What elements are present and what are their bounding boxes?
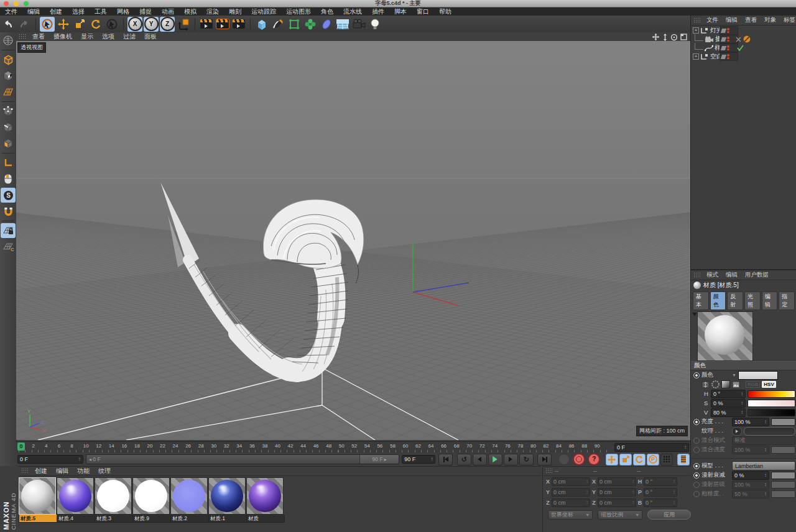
visibility-dots-icon[interactable] [727,53,729,60]
tab-光照[interactable]: 光照 [744,291,761,310]
material-name-label[interactable]: 材质.9 [132,515,171,523]
pos-z-field[interactable]: 0 cm↕ [552,498,590,507]
material-tile-材质.1[interactable]: 材质.1 [208,477,246,523]
add-light-button[interactable] [368,17,382,32]
undo-button[interactable] [1,17,16,32]
vpmenu-查看[interactable]: 查看 [28,32,49,41]
mmmenu-纹理[interactable]: 纹理 [94,467,115,475]
roughness-slider[interactable] [771,490,795,498]
add-deformer-button[interactable] [319,17,334,32]
ommenu-查看[interactable]: 查看 [741,16,761,24]
v-value-field[interactable]: 80 %↕ [711,408,746,417]
lock-x-axis-button[interactable]: X [127,17,142,32]
appmenu-渲染[interactable]: 渲染 [201,7,224,16]
texture-mode-button[interactable] [1,68,16,83]
diffuse-level-slider[interactable] [771,481,795,488]
previous-frame-button[interactable] [473,454,487,466]
appmenu-流水线[interactable]: 流水线 [338,7,367,16]
appmenu-动画[interactable]: 动画 [157,7,179,16]
animation-dot-icon[interactable] [693,372,700,378]
vpmenu-显示[interactable]: 显示 [76,32,98,41]
material-preview[interactable] [697,311,753,361]
rotate-tool[interactable] [88,17,103,32]
material-manager-handle-icon[interactable] [21,468,28,474]
ammenu-用户数据[interactable]: 用户数据 [741,271,772,279]
keyframe-selection-button[interactable]: ? [588,453,600,466]
appmenu-脚本[interactable]: 脚本 [389,7,412,16]
viewport-solo-icon[interactable] [1,172,16,186]
loop-button[interactable]: ↻ [519,454,534,466]
workplane-lock-icon[interactable] [1,223,16,238]
scale-z-field[interactable]: 0 cm↕ [598,498,636,507]
color-swatch[interactable] [738,371,778,380]
saturation-slider[interactable] [747,400,795,407]
tab-指定[interactable]: 指定 [779,291,795,310]
roughness-field[interactable]: 50 %↕ [732,490,769,498]
scale-mode-dropdown[interactable]: 缩放比例▼ [598,510,642,520]
s-value-field[interactable]: 0 %↕ [711,399,746,408]
h-value-field[interactable]: 0 °↕ [711,390,746,398]
viewport-rotate-icon[interactable] [670,34,678,40]
appmenu-编辑[interactable]: 编辑 [22,7,45,16]
material-name-label[interactable]: 材质.3 [95,515,133,523]
ammenu-模式[interactable]: 模式 [703,271,722,279]
goto-start-button[interactable] [438,454,453,466]
mmmenu-功能[interactable]: 功能 [73,467,94,475]
polygons-mode-button[interactable] [1,136,16,151]
expand-icon[interactable]: + [693,27,699,34]
attribute-manager-handle-icon[interactable] [693,272,700,278]
material-tile-材质.3[interactable]: 材质.3 [95,477,132,523]
compact-slider-icon[interactable] [701,381,710,388]
appmenu-角色[interactable]: 角色 [316,7,338,16]
key-pla-toggle[interactable] [660,454,673,466]
end-frame-field[interactable]: 90 F↕ [402,455,435,464]
material-name-label[interactable]: 材质.1 [208,515,247,523]
viewport-3d[interactable]: Y X Z 透视视图 网格间距 : 100 cm [16,41,690,440]
add-camera-button[interactable] [351,17,366,32]
render-view-button[interactable] [199,17,214,32]
render-settings-button[interactable] [215,17,230,32]
material-name-label[interactable]: 材质.2 [170,515,209,523]
texture-expand-button[interactable] [732,427,742,436]
appmenu-工具[interactable]: 工具 [90,7,112,16]
gradient-icon[interactable] [721,380,730,388]
ommenu-标签[interactable]: 标签 [780,16,796,24]
hue-slider[interactable] [747,390,795,398]
diffuse-falloff-field[interactable]: 0 %↕ [732,471,769,480]
object-row-null[interactable]: + 空白 [691,52,796,61]
uvw-mode-button[interactable] [1,85,16,99]
rgb-mode-button[interactable]: RGB [746,381,760,388]
object-visibility-cell[interactable] [720,26,738,35]
key-rotation-toggle[interactable] [633,454,646,466]
rot-b-field[interactable]: 0 °↕ [644,498,677,507]
material-thumbnail[interactable] [246,477,284,515]
mix-strength-field[interactable]: 100 %↕ [732,446,769,454]
ommenu-编辑[interactable]: 编辑 [722,16,741,24]
material-tile-材质.4[interactable]: 材质.4 [57,477,94,523]
appmenu-插件[interactable]: 插件 [367,7,389,16]
animation-dot-icon[interactable] [693,419,700,425]
visibility-dots-icon[interactable] [727,36,729,42]
appmenu-窗口[interactable]: 窗口 [412,7,434,16]
model-mode-button[interactable] [1,52,16,67]
appmenu-运动图形[interactable]: 运动图形 [281,7,316,16]
material-name-label[interactable]: 材质.5 [19,515,57,523]
move-tool[interactable] [56,17,71,32]
appmenu-文件[interactable]: 文件 [0,7,22,16]
add-subdivision-surface-button[interactable] [287,17,302,32]
viewport-maximize-icon[interactable] [680,34,687,40]
live-selection-tool[interactable] [40,17,55,32]
pencil-icon[interactable] [721,55,726,59]
viewport-menu-handle-icon[interactable] [19,34,25,40]
key-scale-toggle[interactable] [619,454,632,466]
tab-颜色[interactable]: 颜色 [710,291,726,310]
material-name-label[interactable]: 材质 [246,515,285,523]
coordinate-space-dropdown[interactable]: 世界坐标▼ [548,510,593,520]
brightness-field[interactable]: 100 %↕ [732,418,769,426]
visibility-dots-icon[interactable] [727,27,729,34]
material-name-label[interactable]: 材质.4 [57,515,95,523]
expand-icon[interactable]: + [693,53,699,60]
add-spline-button[interactable] [271,17,285,32]
snap-s-icon[interactable]: S [1,188,16,203]
material-tile-材质.2[interactable]: 材质.2 [170,477,208,523]
